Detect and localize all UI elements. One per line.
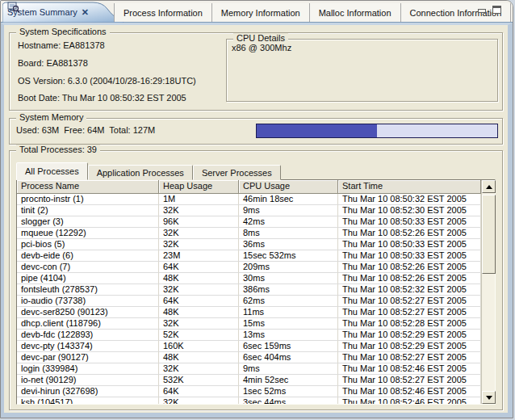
column-header-process-name[interactable]: Process Name bbox=[17, 180, 159, 194]
view-tab-memory-information[interactable]: Memory Information bbox=[212, 3, 310, 22]
process-row[interactable]: pipe (4104)48K30msThu Mar 10 08:52:26 ES… bbox=[17, 273, 481, 284]
process-row[interactable]: devc-con (7)64K209msThu Mar 10 08:52:26 … bbox=[17, 262, 481, 273]
process-cell: 9ms bbox=[239, 205, 338, 216]
maximize-icon[interactable] bbox=[492, 6, 501, 14]
process-row[interactable]: devc-ser8250 (90123)48K11msThu Mar 10 08… bbox=[17, 307, 481, 318]
process-cell: 209ms bbox=[239, 262, 338, 273]
hostname-text: Hostname: EA881378 bbox=[18, 40, 105, 50]
process-row[interactable]: devb-eide (6)23M15sec 532msThu Mar 10 08… bbox=[17, 250, 481, 262]
view-tab-malloc-information[interactable]: Malloc Information bbox=[310, 3, 401, 22]
view-tab-process-information[interactable]: Process Information bbox=[114, 3, 212, 22]
process-cell: Thu Mar 10 08:52:32 EST 2005 bbox=[338, 284, 481, 296]
process-row[interactable]: dhcp.client (118796)32K15msThu Mar 10 08… bbox=[17, 318, 481, 330]
process-cell: Thu Mar 10 08:52:26 EST 2005 bbox=[338, 262, 481, 273]
process-cell: Thu Mar 10 08:52:27 EST 2005 bbox=[338, 375, 481, 386]
process-tab-server-processes[interactable]: Server Processes bbox=[193, 165, 281, 180]
process-cell: 15ms bbox=[239, 318, 338, 330]
scroll-down-button[interactable] bbox=[482, 391, 496, 404]
view-tabs: Process InformationMemory InformationMal… bbox=[114, 3, 511, 22]
memory-usage-bar-fill bbox=[257, 124, 377, 137]
process-cell: 64K bbox=[159, 296, 239, 307]
process-row[interactable]: io-audio (73738)64K62msThu Mar 10 08:52:… bbox=[17, 296, 481, 307]
process-cell: 48K bbox=[159, 352, 239, 363]
column-header-cpu-usage[interactable]: CPU Usage bbox=[239, 180, 338, 194]
system-specifications-label: System Specifications bbox=[16, 27, 110, 36]
process-row[interactable]: fontsleuth (278537)32K386msThu Mar 10 08… bbox=[17, 284, 481, 296]
scrollbar-thumb[interactable] bbox=[482, 195, 496, 274]
vertical-scrollbar[interactable] bbox=[481, 180, 495, 404]
memory-usage-bar bbox=[256, 124, 498, 138]
close-icon[interactable]: ✕ bbox=[82, 8, 89, 16]
process-row[interactable]: devi-hirun (327698)64K1sec 52msThu Mar 1… bbox=[17, 386, 481, 397]
boot-date-text: Boot Date: Thu Mar 10 08:50:32 EST 2005 bbox=[18, 93, 186, 103]
process-row[interactable]: slogger (3)96K42msThu Mar 10 08:50:33 ES… bbox=[17, 216, 481, 228]
minimize-icon[interactable] bbox=[478, 9, 486, 13]
system-summary-icon bbox=[7, 2, 19, 13]
process-cell: Thu Mar 10 08:50:33 EST 2005 bbox=[338, 216, 481, 228]
system-memory-label: System Memory bbox=[16, 112, 86, 122]
process-cell: 6sec 404ms bbox=[239, 352, 338, 363]
process-cell: 4min 52sec bbox=[239, 375, 338, 386]
process-cell: io-net (90129) bbox=[17, 375, 159, 386]
process-cell: Thu Mar 10 08:52:27 EST 2005 bbox=[338, 307, 481, 318]
process-table-header: Process Name Heap Usage CPU Usage Start … bbox=[17, 180, 481, 194]
process-cell: 30ms bbox=[239, 273, 338, 284]
process-row[interactable]: devc-pty (143374)160K6sec 159msThu Mar 1… bbox=[17, 341, 481, 352]
scroll-down-arrow-icon bbox=[486, 396, 492, 400]
column-header-heap-usage[interactable]: Heap Usage bbox=[159, 180, 239, 194]
board-text: Board: EA881378 bbox=[18, 58, 88, 68]
process-cell: Thu Mar 10 08:50:33 EST 2005 bbox=[338, 239, 481, 250]
process-cell: 64K bbox=[159, 262, 239, 273]
process-cell: 160K bbox=[159, 341, 239, 352]
process-row[interactable]: login (339984)32K9msThu Mar 10 08:52:46 … bbox=[17, 363, 481, 375]
process-row[interactable]: devb-fdc (122893)52K13msThu Mar 10 08:52… bbox=[17, 330, 481, 341]
process-table-body: procnto-instr (1)1M46min 18secThu Mar 10… bbox=[17, 194, 481, 404]
process-cell: 32K bbox=[159, 318, 239, 330]
process-cell: Thu Mar 10 08:52:26 EST 2005 bbox=[338, 228, 481, 239]
process-cell: io-audio (73738) bbox=[17, 296, 159, 307]
process-cell: devb-eide (6) bbox=[17, 250, 159, 262]
column-header-start-time[interactable]: Start Time bbox=[338, 180, 481, 194]
view-body: System Specifications Hostname: EA881378… bbox=[1, 23, 513, 418]
process-cell: Thu Mar 10 08:52:27 EST 2005 bbox=[338, 296, 481, 307]
process-cell: 46min 18sec bbox=[239, 194, 338, 205]
process-cell: mqueue (12292) bbox=[17, 228, 159, 239]
process-cell: devb-fdc (122893) bbox=[17, 330, 159, 341]
process-cell: 11ms bbox=[239, 307, 338, 318]
total-processes-group: Total Processes: 39 All ProcessesApplica… bbox=[9, 150, 503, 410]
process-cell: 52K bbox=[159, 330, 239, 341]
cpu-details-value: x86 @ 300Mhz bbox=[232, 43, 291, 52]
process-cell: 15sec 532ms bbox=[239, 250, 338, 262]
process-cell: pci-bios (5) bbox=[17, 239, 159, 250]
process-cell: 32K bbox=[159, 363, 239, 375]
scroll-up-button[interactable] bbox=[482, 180, 496, 193]
process-cell: Thu Mar 10 08:52:29 EST 2005 bbox=[338, 330, 481, 341]
process-row[interactable]: io-net (90129)532K4min 52secThu Mar 10 0… bbox=[17, 375, 481, 386]
process-cell: Thu Mar 10 08:50:32 EST 2005 bbox=[338, 194, 481, 205]
process-cell: devi-hirun (327698) bbox=[17, 386, 159, 397]
process-tab-all-processes[interactable]: All Processes bbox=[16, 162, 88, 180]
system-specifications-group: System Specifications Hostname: EA881378… bbox=[9, 32, 503, 111]
process-cell: 8ms bbox=[239, 228, 338, 239]
process-row[interactable]: devc-par (90127)48K6sec 404msThu Mar 10 … bbox=[17, 352, 481, 363]
window-controls bbox=[478, 6, 501, 14]
process-cell: devc-pty (143374) bbox=[17, 341, 159, 352]
system-memory-group: System Memory Used: 63M Free: 64M Total:… bbox=[9, 118, 503, 145]
process-cell: slogger (3) bbox=[17, 216, 159, 228]
process-tab-application-processes[interactable]: Application Processes bbox=[88, 165, 193, 180]
process-cell: 1M bbox=[159, 194, 239, 205]
view-tab-system-summary[interactable]: System Summary ✕ bbox=[2, 2, 124, 23]
process-cell: 532K bbox=[159, 375, 239, 386]
process-cell: 36ms bbox=[239, 239, 338, 250]
process-cell: 32K bbox=[159, 284, 239, 296]
process-row[interactable]: mqueue (12292)32K8msThu Mar 10 08:52:26 … bbox=[17, 228, 481, 239]
process-cell: tinit (2) bbox=[17, 205, 159, 216]
process-row[interactable]: procnto-instr (1)1M46min 18secThu Mar 10… bbox=[17, 194, 481, 205]
process-row[interactable]: ksh (104517)32K3sec 44msThu Mar 10 08:52… bbox=[17, 397, 481, 404]
process-cell: Thu Mar 10 08:52:29 EST 2005 bbox=[338, 341, 481, 352]
process-cell: Thu Mar 10 08:52:46 EST 2005 bbox=[338, 397, 481, 404]
process-cell: 64K bbox=[159, 386, 239, 397]
process-row[interactable]: tinit (2)32K9msThu Mar 10 08:52:30 EST 2… bbox=[17, 205, 481, 216]
process-cell: devc-ser8250 (90123) bbox=[17, 307, 159, 318]
process-row[interactable]: pci-bios (5)32K36msThu Mar 10 08:50:33 E… bbox=[17, 239, 481, 250]
